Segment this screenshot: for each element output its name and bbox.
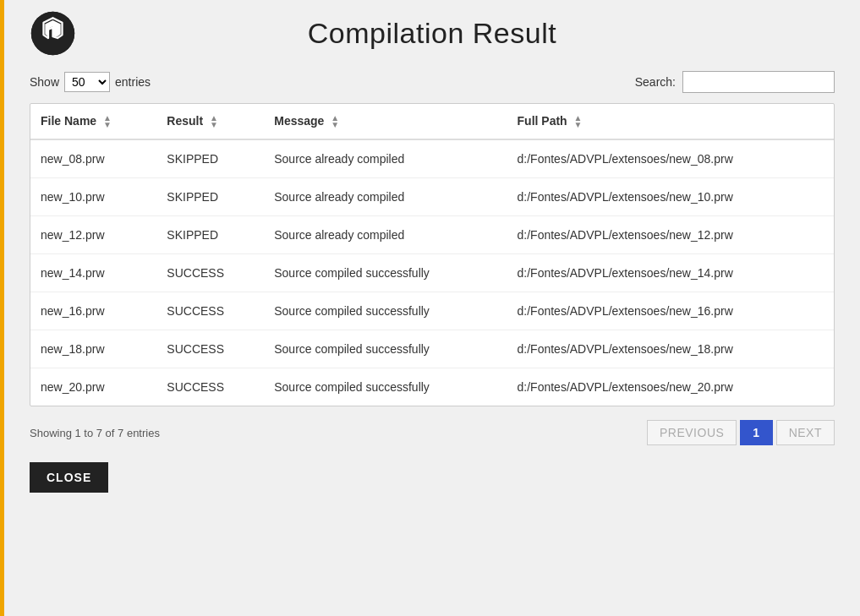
cell-message: Source compiled successfully	[264, 292, 507, 330]
col-header-file-name[interactable]: File Name ▲▼	[30, 104, 156, 139]
cell-full_path: d:/Fontes/ADVPL/extensoes/new_14.prw	[507, 254, 834, 292]
modal-container: Compilation Result Show 10 25 50 100 ent…	[0, 0, 860, 616]
sort-icon-result: ▲▼	[210, 115, 218, 128]
show-entries-control: Show 10 25 50 100 entries	[30, 72, 151, 92]
cell-full_path: d:/Fontes/ADVPL/extensoes/new_12.prw	[507, 216, 834, 254]
entries-label: entries	[115, 75, 151, 89]
table-row: new_10.prwSKIPPEDSource already compiled…	[30, 178, 834, 216]
previous-button[interactable]: PREVIOUS	[647, 420, 737, 445]
cell-full_path: d:/Fontes/ADVPL/extensoes/new_08.prw	[507, 139, 834, 178]
next-button[interactable]: NEXT	[776, 420, 835, 445]
table-row: new_16.prwSUCCESSSource compiled success…	[30, 292, 834, 330]
cell-file_name: new_20.prw	[30, 368, 156, 406]
cell-file_name: new_10.prw	[30, 178, 156, 216]
cell-file_name: new_18.prw	[30, 330, 156, 368]
cell-message: Source already compiled	[264, 178, 507, 216]
logo-icon	[30, 10, 76, 57]
showing-text: Showing 1 to 7 of 7 entries	[30, 427, 160, 439]
header: Compilation Result	[30, 17, 835, 50]
col-header-result[interactable]: Result ▲▼	[156, 104, 264, 139]
cell-file_name: new_14.prw	[30, 254, 156, 292]
table-row: new_12.prwSKIPPEDSource already compiled…	[30, 216, 834, 254]
page-1-button[interactable]: 1	[740, 420, 772, 445]
sort-icon-full-path: ▲▼	[574, 115, 583, 128]
cell-full_path: d:/Fontes/ADVPL/extensoes/new_16.prw	[507, 292, 834, 330]
cell-full_path: d:/Fontes/ADVPL/extensoes/new_18.prw	[507, 330, 834, 368]
cell-message: Source already compiled	[264, 139, 507, 178]
cell-full_path: d:/Fontes/ADVPL/extensoes/new_20.prw	[507, 368, 834, 406]
cell-result: SUCCESS	[156, 292, 264, 330]
cell-message: Source already compiled	[264, 216, 507, 254]
table-footer: Showing 1 to 7 of 7 entries PREVIOUS 1 N…	[30, 420, 835, 445]
cell-result: SKIPPED	[156, 178, 264, 216]
cell-message: Source compiled successfully	[264, 368, 507, 406]
pagination-controls: PREVIOUS 1 NEXT	[647, 420, 835, 445]
sort-icon-message: ▲▼	[331, 115, 339, 128]
cell-result: SUCCESS	[156, 330, 264, 368]
table-row: new_20.prwSUCCESSSource compiled success…	[30, 368, 834, 406]
cell-result: SUCCESS	[156, 368, 264, 406]
table-row: new_08.prwSKIPPEDSource already compiled…	[30, 139, 834, 178]
cell-full_path: d:/Fontes/ADVPL/extensoes/new_10.prw	[507, 178, 834, 216]
table-row: new_18.prwSUCCESSSource compiled success…	[30, 330, 834, 368]
close-button[interactable]: CLOSE	[30, 462, 108, 493]
cell-message: Source compiled successfully	[264, 330, 507, 368]
search-input[interactable]	[682, 71, 835, 93]
cell-result: SUCCESS	[156, 254, 264, 292]
entries-select[interactable]: 10 25 50 100	[64, 72, 110, 92]
col-header-full-path[interactable]: Full Path ▲▼	[507, 104, 834, 139]
cell-file_name: new_12.prw	[30, 216, 156, 254]
page-title: Compilation Result	[308, 17, 556, 50]
cell-file_name: new_16.prw	[30, 292, 156, 330]
search-container: Search:	[635, 71, 835, 93]
results-table-wrapper: File Name ▲▼ Result ▲▼ Message ▲▼ Full P…	[30, 103, 835, 406]
cell-result: SKIPPED	[156, 139, 264, 178]
search-label: Search:	[635, 75, 676, 89]
sort-icon-file-name: ▲▼	[103, 115, 112, 128]
col-header-message[interactable]: Message ▲▼	[264, 104, 507, 139]
table-body: new_08.prwSKIPPEDSource already compiled…	[30, 139, 834, 406]
show-label: Show	[30, 75, 59, 89]
table-controls: Show 10 25 50 100 entries Search:	[30, 71, 835, 93]
table-row: new_14.prwSUCCESSSource compiled success…	[30, 254, 834, 292]
cell-file_name: new_08.prw	[30, 139, 156, 178]
cell-result: SKIPPED	[156, 216, 264, 254]
table-header-row: File Name ▲▼ Result ▲▼ Message ▲▼ Full P…	[30, 104, 834, 139]
results-table: File Name ▲▼ Result ▲▼ Message ▲▼ Full P…	[30, 104, 834, 406]
cell-message: Source compiled successfully	[264, 254, 507, 292]
